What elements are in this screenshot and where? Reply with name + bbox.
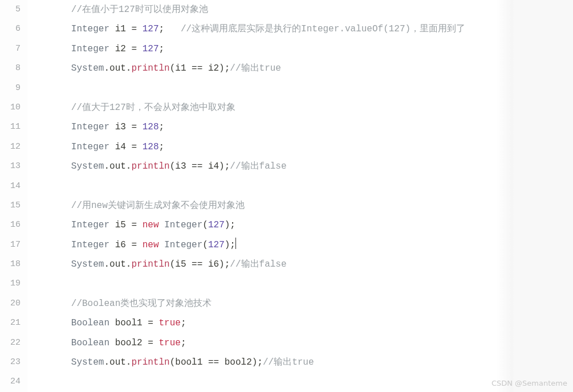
- code-token: i2: [115, 44, 126, 54]
- code-token: //输出true: [263, 357, 314, 368]
- line-number: 10: [0, 98, 21, 117]
- code-token: ): [225, 240, 230, 250]
- code-token: 127: [208, 220, 225, 230]
- code-token: out: [109, 259, 126, 270]
- code-token: //值大于127时，不会从对象池中取对象: [71, 103, 235, 113]
- code-token: ): [219, 161, 225, 172]
- code-line[interactable]: //用new关键词新生成对象不会使用对象池: [27, 196, 573, 215]
- code-token: System: [71, 357, 104, 368]
- text-cursor-icon: [235, 238, 236, 249]
- right-margin-strip: [513, 0, 573, 392]
- code-line[interactable]: Integer i3 = 128;: [27, 117, 573, 137]
- code-line[interactable]: System.out.println(i5 == i6);//输出false: [27, 255, 573, 274]
- line-number: 20: [0, 294, 21, 313]
- watermark-text: CSDN @Semanteme: [491, 379, 567, 387]
- code-token: ;: [230, 240, 235, 250]
- line-number: 15: [0, 196, 21, 215]
- code-token: System: [71, 161, 104, 172]
- code-token: [137, 24, 143, 34]
- code-token: [186, 259, 192, 270]
- code-token: Integer: [164, 240, 202, 250]
- code-token: [109, 44, 115, 54]
- code-line[interactable]: Integer i2 = 127;: [27, 39, 573, 59]
- code-token: Boolean: [71, 338, 109, 348]
- code-token: new: [143, 220, 159, 230]
- line-number-gutter: 56789101112131415161718192021222324: [0, 0, 27, 392]
- code-token: [143, 318, 148, 328]
- line-number: 21: [0, 313, 21, 333]
- code-line[interactable]: Integer i1 = 127; //这种调用底层实际是执行的Integer.…: [27, 19, 573, 39]
- line-number: 6: [0, 19, 21, 39]
- code-token: ==: [208, 357, 219, 368]
- code-token: ;: [181, 338, 186, 348]
- code-token: bool2: [115, 338, 143, 348]
- line-number: 16: [0, 215, 21, 235]
- code-area[interactable]: //在值小于127时可以使用对象池 Integer i1 = 127; //这种…: [27, 0, 573, 392]
- code-token: [159, 240, 164, 250]
- code-token: [109, 318, 115, 328]
- code-token: [126, 24, 132, 34]
- code-token: i3: [115, 122, 126, 132]
- code-token: [143, 338, 148, 348]
- code-token: out: [109, 357, 126, 368]
- code-token: ;: [225, 259, 230, 270]
- code-token: //这种调用底层实际是执行的Integer.valueOf(127)，里面用到了: [181, 24, 465, 34]
- code-line[interactable]: //Boolean类也实现了对象池技术: [27, 294, 573, 313]
- code-token: [164, 24, 181, 34]
- code-token: =: [131, 142, 137, 152]
- code-line[interactable]: //在值小于127时可以使用对象池: [27, 0, 573, 19]
- code-token: .: [126, 161, 132, 172]
- code-line[interactable]: Integer i5 = new Integer(127);: [27, 215, 573, 235]
- line-number: 9: [0, 79, 21, 98]
- code-token: true: [159, 318, 180, 328]
- code-token: //输出false: [230, 161, 286, 172]
- code-token: println: [131, 259, 169, 270]
- code-token: //输出true: [230, 63, 281, 74]
- code-token: .: [104, 357, 109, 368]
- code-token: [126, 122, 132, 132]
- code-token: [109, 220, 115, 230]
- code-line[interactable]: System.out.println(i3 == i4);//输出false: [27, 157, 573, 176]
- line-number: 24: [0, 372, 21, 391]
- line-number: 8: [0, 59, 21, 78]
- line-number: 7: [0, 39, 21, 59]
- code-token: [219, 357, 225, 368]
- code-token: (: [202, 220, 208, 230]
- code-token: new: [143, 240, 159, 250]
- code-line[interactable]: [27, 274, 573, 293]
- code-token: (: [170, 161, 176, 172]
- code-token: 128: [143, 122, 159, 132]
- code-token: [186, 161, 192, 172]
- code-token: i2: [208, 63, 219, 74]
- code-line[interactable]: System.out.println(i1 == i2);//输出true: [27, 59, 573, 78]
- code-line[interactable]: //值大于127时，不会从对象池中取对象: [27, 98, 573, 117]
- code-line[interactable]: System.out.println(bool1 == bool2);//输出t…: [27, 353, 573, 372]
- code-line[interactable]: [27, 79, 573, 98]
- code-token: [137, 44, 143, 54]
- code-token: Integer: [71, 240, 109, 250]
- line-number: 13: [0, 157, 21, 176]
- code-token: i6: [115, 240, 126, 250]
- code-line[interactable]: Integer i4 = 128;: [27, 137, 573, 157]
- code-token: [202, 259, 208, 270]
- line-number: 11: [0, 117, 21, 137]
- code-token: 127: [143, 24, 159, 34]
- code-token: (: [170, 357, 176, 368]
- code-line[interactable]: Boolean bool2 = true;: [27, 333, 573, 353]
- code-token: bool2: [225, 357, 252, 368]
- code-token: [109, 240, 115, 250]
- code-line[interactable]: [27, 177, 573, 196]
- code-token: =: [148, 318, 153, 328]
- code-editor: 56789101112131415161718192021222324 //在值…: [0, 0, 573, 392]
- line-number: 23: [0, 353, 21, 372]
- code-line[interactable]: Boolean bool1 = true;: [27, 313, 573, 333]
- code-token: [109, 142, 115, 152]
- code-line[interactable]: Integer i6 = new Integer(127);: [27, 235, 573, 255]
- code-token: .: [104, 63, 109, 74]
- code-token: =: [131, 122, 137, 132]
- code-token: [202, 161, 208, 172]
- line-number: 19: [0, 274, 21, 293]
- code-token: ;: [257, 357, 263, 368]
- code-token: .: [126, 357, 132, 368]
- code-token: ): [219, 259, 225, 270]
